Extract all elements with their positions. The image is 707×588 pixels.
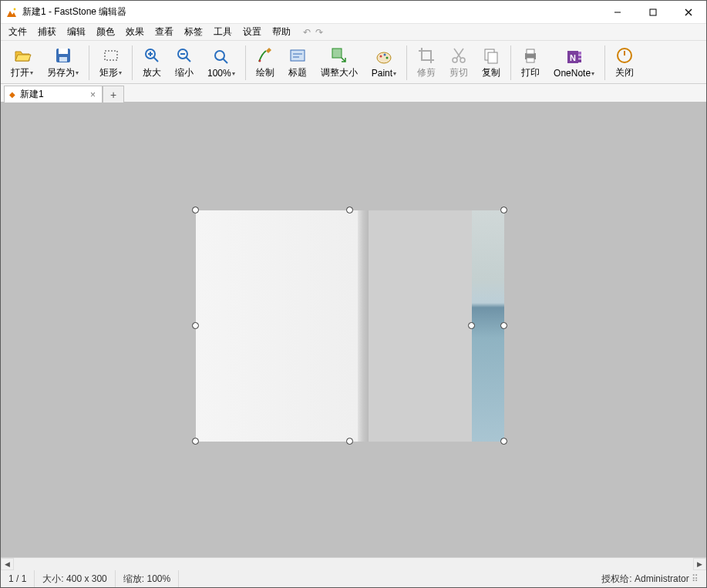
print-label: 打印 [521, 66, 540, 79]
status-zoom: 缩放: 100% [116, 570, 179, 587]
svg-point-26 [385, 56, 388, 59]
zoom100-button[interactable]: 100%▾ [200, 42, 242, 83]
close-window-button[interactable] [671, 1, 706, 23]
selection-handle-nw[interactable] [192, 207, 199, 213]
rect-label: 矩形▾ [99, 66, 122, 79]
draw-icon [256, 46, 274, 65]
menu-6[interactable]: 标签 [180, 24, 207, 40]
saveas-button[interactable]: 另存为▾ [40, 42, 86, 83]
print-icon [521, 46, 540, 65]
selection-handle-inner[interactable] [468, 322, 475, 329]
close-icon [615, 46, 634, 65]
toolbar-separator [89, 45, 89, 80]
menu-2[interactable]: 编辑 [62, 24, 90, 40]
minimize-button[interactable] [600, 1, 635, 23]
window-title: 新建1 - FastStone 编辑器 [22, 5, 600, 18]
menu-8[interactable]: 设置 [238, 24, 266, 40]
image-region-mid [369, 210, 472, 442]
zoomout-label: 缩小 [175, 66, 194, 79]
open-label: 打开▾ [11, 66, 33, 79]
svg-rect-35 [527, 58, 534, 62]
image-surface [196, 210, 504, 442]
svg-line-10 [153, 57, 158, 62]
saveas-label: 另存为▾ [47, 66, 79, 79]
scroll-right-icon[interactable]: ▶ [693, 558, 706, 570]
open-icon [13, 46, 32, 65]
tab-close-icon[interactable]: × [89, 89, 97, 100]
menu-7[interactable]: 工具 [209, 24, 237, 40]
chevron-down-icon: ▾ [393, 70, 396, 77]
draw-button[interactable]: 绘制 [249, 42, 281, 83]
selection-handle-ne[interactable] [500, 207, 507, 213]
scroll-left-icon[interactable]: ◀ [1, 558, 14, 570]
svg-rect-32 [488, 52, 497, 63]
selection-handle-s[interactable] [346, 438, 353, 445]
crop-button: 修剪 [410, 42, 443, 83]
draw-label: 绘制 [256, 66, 274, 79]
copy-icon [482, 46, 500, 65]
selection-handle-e[interactable] [500, 322, 507, 329]
svg-rect-7 [59, 57, 67, 62]
svg-rect-38 [578, 52, 581, 55]
paint-icon [375, 48, 393, 66]
zoomin-button[interactable]: 放大 [136, 42, 168, 83]
close-button[interactable]: 关闭 [608, 42, 641, 83]
redo-icon[interactable]: ↷ [315, 27, 323, 38]
menu-0[interactable]: 文件 [4, 24, 32, 40]
maximize-button[interactable] [635, 1, 671, 23]
horizontal-scrollbar[interactable]: ◀ ▶ [1, 557, 706, 570]
chevron-down-icon: ▾ [119, 69, 122, 76]
onenote-label: OneNote▾ [554, 68, 594, 79]
menu-1[interactable]: 捕获 [33, 24, 61, 40]
caption-button[interactable]: 标题 [281, 42, 314, 83]
onenote-button[interactable]: NOneNote▾ [547, 42, 601, 83]
menu-4[interactable]: 效果 [121, 24, 149, 40]
svg-rect-39 [578, 55, 581, 59]
toolbar-separator [510, 45, 511, 80]
tab-add-button[interactable]: + [103, 86, 124, 102]
canvas-area[interactable] [1, 102, 706, 557]
resize-button[interactable]: 调整大小 [314, 42, 365, 83]
image-region-left [196, 210, 358, 442]
undo-icon[interactable]: ↶ [303, 27, 311, 38]
menubar: 文件捕获编辑颜色效果查看标签工具设置帮助 ↶ ↷ [1, 24, 706, 41]
caption-label: 标题 [288, 66, 307, 79]
svg-rect-40 [578, 59, 581, 62]
canvas-image[interactable] [196, 210, 504, 442]
svg-rect-8 [105, 51, 117, 60]
statusbar: 1 / 1 大小: 400 x 300 缩放: 100% 授权给: Admini… [1, 570, 706, 587]
chevron-down-icon: ▾ [76, 69, 79, 76]
cut-icon [449, 46, 468, 65]
cut-label: 剪切 [449, 66, 468, 79]
cut-button: 剪切 [443, 42, 475, 83]
rect-button[interactable]: 矩形▾ [93, 42, 129, 83]
scroll-track[interactable] [14, 558, 693, 570]
rect-icon [102, 46, 120, 65]
chevron-down-icon: ▾ [30, 69, 33, 76]
selection-handle-sw[interactable] [192, 438, 199, 445]
tab-document[interactable]: ◆ 新建1 × [4, 86, 103, 102]
resize-grip-icon[interactable]: ⠿ [692, 573, 699, 584]
copy-button[interactable]: 复制 [475, 42, 507, 83]
open-button[interactable]: 打开▾ [4, 42, 40, 83]
toolbar-separator [406, 45, 407, 80]
svg-rect-34 [527, 49, 534, 54]
svg-rect-2 [650, 9, 656, 15]
print-button[interactable]: 打印 [514, 42, 547, 83]
menu-3[interactable]: 颜色 [92, 24, 120, 40]
toolbar-separator [245, 45, 246, 80]
menu-9[interactable]: 帮助 [268, 24, 295, 40]
zoomout-button[interactable]: 缩小 [168, 42, 200, 83]
svg-text:N: N [570, 53, 576, 62]
toolbar-separator [604, 45, 605, 80]
tabbar: ◆ 新建1 × + [1, 84, 706, 102]
selection-handle-n[interactable] [346, 207, 353, 213]
svg-rect-19 [291, 50, 305, 61]
selection-handle-se[interactable] [500, 438, 507, 445]
menu-5[interactable]: 查看 [150, 24, 178, 40]
selection-handle-w[interactable] [192, 322, 199, 329]
svg-point-0 [14, 8, 16, 10]
paint-button[interactable]: Paint▾ [365, 42, 403, 83]
toolbar-separator [132, 45, 133, 80]
saveas-icon [54, 46, 72, 65]
